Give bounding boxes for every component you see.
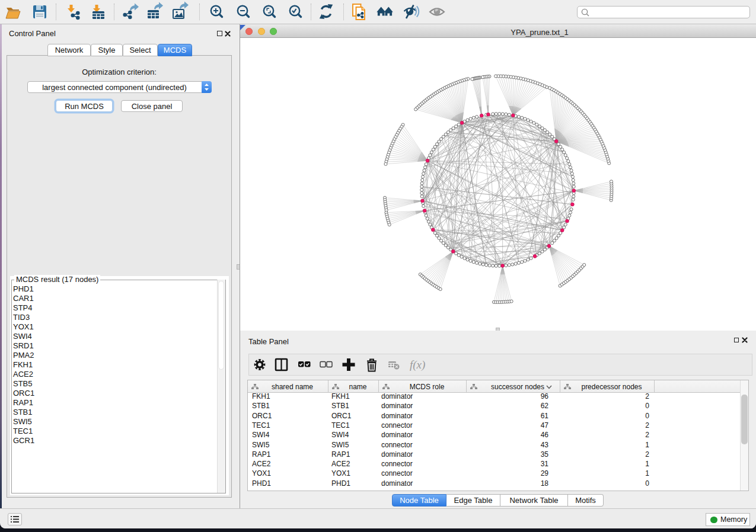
svg-text:f(x): f(x) [410, 358, 425, 371]
